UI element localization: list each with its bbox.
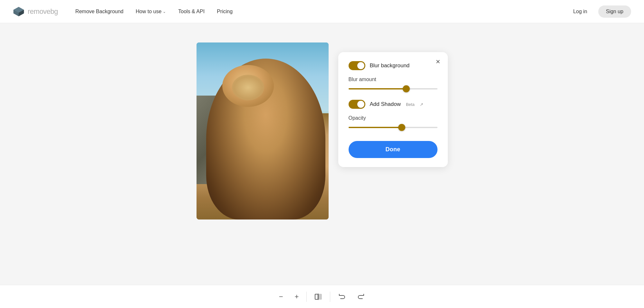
logo[interactable]: removebg — [13, 6, 58, 17]
add-shadow-row: Add Shadow Beta ↗ — [349, 100, 437, 109]
blur-background-toggle[interactable] — [349, 61, 365, 70]
blur-amount-slider[interactable] — [349, 86, 437, 92]
zoom-out-button[interactable]: − — [273, 289, 289, 305]
logo-icon — [13, 6, 24, 17]
blur-background-label: Blur background — [370, 62, 410, 69]
opacity-slider-fill — [349, 127, 402, 128]
nav-item-how-to-use[interactable]: How to use ⌄ — [131, 6, 170, 17]
external-link-icon[interactable]: ↗ — [420, 102, 423, 107]
lion-image — [197, 42, 329, 219]
beta-badge: Beta — [406, 102, 415, 107]
add-shadow-toggle[interactable] — [349, 100, 365, 109]
toolbar-divider-2 — [330, 292, 330, 302]
redo-icon — [357, 293, 365, 301]
redo-button[interactable] — [351, 289, 371, 304]
undo-button[interactable] — [332, 289, 351, 304]
nav: Remove Background How to use ⌄ Tools & A… — [71, 6, 237, 17]
logo-text: removebg — [28, 7, 58, 16]
control-panel: ✕ Blur background Blur amount — [338, 52, 448, 167]
slider-fill — [349, 88, 406, 89]
toolbar-divider-1 — [306, 292, 307, 302]
blur-background-row: Blur background — [349, 61, 437, 70]
opacity-slider[interactable] — [349, 124, 437, 131]
header-left: removebg Remove Background How to use ⌄ … — [13, 6, 237, 17]
slider-track — [349, 88, 437, 89]
nav-item-remove-background[interactable]: Remove Background — [71, 6, 128, 17]
slider-thumb[interactable] — [403, 85, 410, 92]
compare-button[interactable] — [309, 289, 328, 304]
toggle-track — [349, 61, 365, 70]
opacity-label: Opacity — [349, 115, 437, 121]
toggle-thumb — [357, 62, 364, 69]
login-button[interactable]: Log in — [567, 6, 593, 17]
chevron-down-icon: ⌄ — [163, 9, 166, 14]
zoom-in-button[interactable]: + — [289, 289, 305, 305]
nav-item-tools-api[interactable]: Tools & API — [174, 6, 209, 17]
header: removebg Remove Background How to use ⌄ … — [0, 0, 644, 23]
blur-amount-section: Blur amount — [349, 77, 437, 92]
compare-icon — [314, 293, 322, 301]
blur-amount-label: Blur amount — [349, 77, 437, 82]
toggle-track-shadow — [349, 100, 365, 109]
opacity-slider-thumb[interactable] — [398, 124, 405, 131]
toolbar: − + — [0, 285, 644, 308]
main-content: ✕ Blur background Blur amount — [0, 23, 644, 282]
toggle-thumb-shadow — [357, 101, 364, 108]
opacity-section: Opacity — [349, 115, 437, 131]
image-container — [197, 42, 329, 219]
nav-item-pricing[interactable]: Pricing — [212, 6, 237, 17]
undo-icon — [338, 293, 346, 301]
add-shadow-label: Add Shadow — [370, 101, 401, 107]
done-button[interactable]: Done — [349, 141, 437, 158]
signup-button[interactable]: Sign up — [598, 5, 631, 18]
header-right: Log in Sign up — [567, 5, 631, 18]
opacity-slider-track — [349, 127, 437, 128]
svg-rect-7 — [315, 294, 318, 299]
svg-rect-8 — [319, 294, 322, 299]
lion-face-layer — [232, 75, 264, 100]
close-button[interactable]: ✕ — [434, 57, 443, 66]
